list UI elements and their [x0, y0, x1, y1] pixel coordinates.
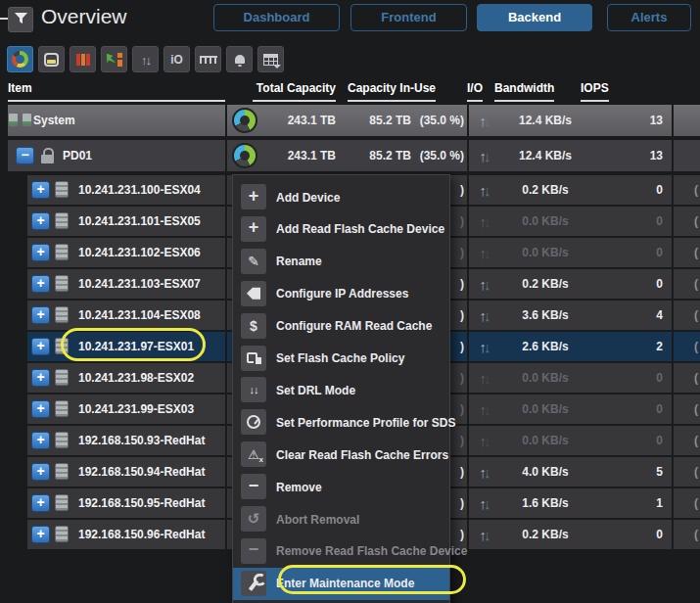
- column-separator: [467, 140, 469, 171]
- server-icon: [55, 369, 69, 386]
- expand-button[interactable]: +: [31, 212, 50, 230]
- menu-item-set-drl-mode[interactable]: ↓↓Set DRL Mode: [233, 374, 449, 406]
- alerts-bars-view-button[interactable]: [70, 46, 96, 72]
- row-label: 10.241.231.99-ESX03: [78, 394, 194, 424]
- tab-frontend[interactable]: Frontend: [350, 4, 467, 31]
- row-overflow-cell: [674, 105, 700, 136]
- bandwidth-value: 0.2 KB/s: [495, 520, 595, 549]
- table-columns-button[interactable]: [257, 46, 284, 72]
- iops-value: 2: [587, 332, 663, 361]
- table-row-pd01[interactable]: −PD01243.1 TB85.2 TB(35.0 %)↑↓12.4 KB/s1…: [0, 140, 700, 171]
- column-header-bandwidth[interactable]: Bandwidth: [494, 81, 554, 102]
- column-header-io[interactable]: I/O: [467, 81, 483, 102]
- tab-backend[interactable]: Backend: [477, 4, 592, 31]
- io-arrows-icon: ↑↓: [471, 488, 496, 518]
- menu-icon-box: −: [241, 474, 266, 499]
- menu-icon-box: +: [241, 216, 266, 242]
- menu-item-label: Abort Removal: [276, 503, 359, 535]
- menu-item-remove[interactable]: −Remove: [233, 471, 449, 503]
- expand-button[interactable]: +: [31, 369, 50, 387]
- column-separator: [225, 520, 227, 549]
- column-separator: [467, 301, 469, 330]
- menu-item-enter-maintenance-mode[interactable]: Enter Maintenance Mode: [233, 568, 449, 600]
- menu-item-add-read-flash-cache-device[interactable]: +Add Read Flash Cache Device: [233, 213, 449, 246]
- menu-item-configure-ram-read-cache[interactable]: $Configure RAM Read Cache: [233, 310, 449, 343]
- menu-item-rename[interactable]: ✎Rename: [233, 246, 449, 278]
- ruler-icon: [200, 56, 217, 64]
- expand-button[interactable]: +: [31, 275, 50, 293]
- menu-item-label: Configure IP Addresses: [276, 278, 408, 310]
- io-arrows-icon: ↑↓: [471, 426, 496, 455]
- sort-view-button[interactable]: [132, 46, 159, 72]
- overflow-fragment: (: [694, 402, 698, 416]
- tab-dashboard[interactable]: Dashboard: [213, 4, 340, 31]
- down-arrow-icon: ↓: [484, 433, 489, 449]
- down-arrow-icon: ↓: [484, 464, 489, 481]
- column-separator: [225, 238, 227, 267]
- expand-button[interactable]: +: [31, 400, 50, 418]
- ruler-view-button[interactable]: [195, 46, 221, 72]
- menu-icon-box: ✎: [241, 249, 266, 274]
- menu-item-label: Add Read Flash Cache Device: [276, 213, 444, 246]
- total-capacity-value: 243.1 TB: [253, 105, 336, 136]
- row-overflow-cell: [674, 140, 700, 171]
- overflow-fragment: (: [694, 434, 698, 447]
- menu-item-abort-removal[interactable]: ↺Abort Removal: [233, 503, 449, 535]
- overflow-fragment: (: [694, 277, 698, 291]
- column-header-total-capacity[interactable]: Total Capacity: [253, 81, 336, 102]
- iops-value: 0: [587, 269, 663, 299]
- io-arrows-icon: ↑↓: [471, 520, 496, 549]
- row-overflow-cell: (: [674, 301, 700, 330]
- expand-button[interactable]: +: [31, 244, 50, 261]
- column-header-iops[interactable]: IOPS: [581, 81, 609, 102]
- iops-value: 13: [587, 140, 663, 171]
- io-arrows-icon: ↑↓: [471, 332, 496, 361]
- column-separator: [225, 105, 227, 136]
- rebalance-view-button[interactable]: [101, 46, 127, 72]
- menu-item-add-device[interactable]: +Add Device: [233, 181, 449, 213]
- alerts-bell-button[interactable]: [226, 46, 253, 72]
- io-arrows-icon: ↑↓: [471, 140, 496, 171]
- menu-item-configure-ip-addresses[interactable]: Configure IP Addresses: [233, 278, 449, 310]
- expand-button[interactable]: +: [31, 494, 50, 512]
- capacity-in-use-value: 85.2 TB: [346, 105, 411, 136]
- server-icon: [55, 244, 69, 260]
- collapse-button[interactable]: −: [16, 147, 34, 164]
- filter-button[interactable]: [8, 7, 33, 32]
- io-arrows-icon: ↑↓: [471, 457, 496, 487]
- row-label: 10.241.231.97-ESX01: [78, 332, 194, 361]
- column-header-capacity-in-use[interactable]: Capacity In-Use: [348, 81, 436, 102]
- menu-item-remove-read-flash-cache-device[interactable]: −Remove Read Flash Cache Device: [233, 535, 449, 568]
- menu-item-clear-read-flash-cache-errors[interactable]: ⚠Clear Read Flash Cache Errors: [233, 439, 449, 471]
- io-view-button[interactable]: iO: [163, 46, 190, 72]
- bandwidth-value: 3.6 KB/s: [495, 301, 595, 330]
- io-arrows-icon: ↑↓: [471, 363, 496, 393]
- bandwidth-value: 0.0 KB/s: [495, 207, 595, 236]
- row-overflow-cell: (: [674, 394, 700, 424]
- expand-button[interactable]: +: [31, 432, 50, 449]
- row-overflow-cell: (: [674, 332, 700, 361]
- tab-alerts[interactable]: Alerts: [607, 4, 691, 31]
- expand-button[interactable]: +: [31, 338, 50, 355]
- row-overflow-cell: (: [674, 175, 700, 205]
- expand-button[interactable]: +: [31, 526, 50, 543]
- wrench-icon: [249, 580, 259, 591]
- row-overflow-cell: (: [674, 457, 700, 487]
- plus-icon: +: [249, 217, 259, 238]
- expand-button[interactable]: +: [31, 463, 50, 481]
- bell-icon: [235, 55, 245, 64]
- server-icon: [55, 212, 69, 229]
- abort-icon: ↺: [248, 510, 260, 528]
- donut-chart-view-button[interactable]: [7, 46, 33, 72]
- server-icon: [55, 306, 69, 323]
- menu-item-set-flash-cache-policy[interactable]: Set Flash Cache Policy: [233, 343, 449, 375]
- expand-button[interactable]: +: [31, 306, 50, 324]
- expand-button[interactable]: +: [31, 181, 50, 199]
- menu-item-set-performance-profile-for-sds[interactable]: Set Performance Profile for SDS: [233, 406, 449, 439]
- menu-item-label: Add Device: [276, 181, 340, 213]
- capacity-view-button[interactable]: [38, 46, 65, 72]
- io-arrows-icon: ↑↓: [471, 301, 496, 330]
- view-toolbar: iO: [7, 46, 284, 72]
- table-row-system[interactable]: System243.1 TB85.2 TB(35.0 %)↑↓12.4 KB/s…: [0, 105, 700, 136]
- column-header-item[interactable]: Item: [8, 81, 225, 102]
